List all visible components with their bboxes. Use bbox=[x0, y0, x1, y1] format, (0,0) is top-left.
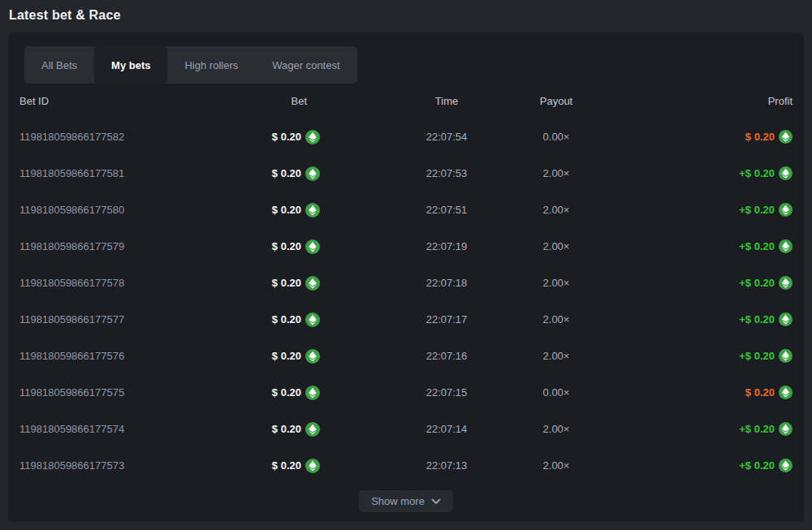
table-header: Bet ID Bet Time Payout Profit bbox=[19, 84, 793, 118]
page-title: Latest bet & Race bbox=[9, 8, 121, 23]
bet-id-cell: 119818059866177573 bbox=[19, 459, 222, 472]
profit-cell: +$ 0.20 bbox=[604, 239, 793, 253]
bet-amount: $ 0.20 bbox=[272, 131, 301, 143]
show-more-button[interactable]: Show more bbox=[359, 490, 453, 512]
bet-id-cell: 119818059866177576 bbox=[19, 350, 222, 362]
bet-id-cell: 119818059866177577 bbox=[19, 313, 222, 325]
time-cell: 22:07:17 bbox=[385, 313, 508, 325]
bet-amount-cell: $ 0.20 bbox=[222, 312, 320, 327]
eth-coin-icon bbox=[305, 239, 320, 254]
table-row[interactable]: 119818059866177573 $ 0.20 22:07:13 2.00× bbox=[19, 447, 793, 484]
time-cell: 22:07:13 bbox=[385, 459, 508, 472]
eth-coin-icon bbox=[305, 166, 320, 181]
profit-cell: +$ 0.20 bbox=[604, 312, 793, 326]
eth-coin-icon bbox=[305, 130, 320, 144]
profit-cell: $ 0.20 bbox=[604, 130, 793, 144]
time-cell: 22:07:51 bbox=[385, 204, 508, 216]
show-more-container: Show more bbox=[19, 490, 793, 512]
bet-amount: $ 0.20 bbox=[272, 350, 301, 362]
bet-amount: $ 0.20 bbox=[272, 167, 301, 179]
payout-cell: 2.00× bbox=[508, 240, 604, 252]
bet-amount-cell: $ 0.20 bbox=[222, 166, 320, 181]
profit-value: +$ 0.20 bbox=[739, 313, 775, 325]
time-cell: 22:07:14 bbox=[385, 423, 508, 435]
payout-cell: 0.00× bbox=[508, 386, 604, 399]
eth-coin-icon bbox=[779, 459, 793, 472]
bet-amount: $ 0.20 bbox=[272, 386, 301, 399]
profit-value: +$ 0.20 bbox=[739, 350, 775, 362]
time-cell: 22:07:53 bbox=[385, 167, 508, 179]
chevron-down-icon bbox=[431, 498, 441, 505]
table-body: 119818059866177582 $ 0.20 22:07:54 0.00× bbox=[19, 118, 793, 484]
table-row[interactable]: 119818059866177582 $ 0.20 22:07:54 0.00× bbox=[19, 118, 793, 155]
profit-value: +$ 0.20 bbox=[739, 459, 775, 472]
bet-id-cell: 119818059866177578 bbox=[19, 277, 222, 289]
profit-cell: +$ 0.20 bbox=[604, 349, 793, 363]
bet-amount: $ 0.20 bbox=[272, 277, 301, 289]
tabs-container: All Bets My bets High rollers Wager cont… bbox=[24, 46, 357, 84]
column-header-bet-id: Bet ID bbox=[19, 95, 222, 107]
eth-coin-icon bbox=[779, 203, 793, 217]
eth-coin-icon bbox=[779, 349, 793, 363]
bet-amount: $ 0.20 bbox=[272, 459, 301, 472]
column-header-profit: Profit bbox=[604, 95, 793, 107]
payout-cell: 2.00× bbox=[508, 277, 604, 289]
eth-coin-icon bbox=[305, 203, 320, 218]
table-row[interactable]: 119818059866177580 $ 0.20 22:07:51 2.00× bbox=[19, 192, 793, 228]
column-header-payout: Payout bbox=[508, 95, 604, 107]
profit-cell: +$ 0.20 bbox=[604, 422, 793, 436]
eth-coin-icon bbox=[305, 276, 320, 291]
eth-coin-icon bbox=[779, 239, 793, 253]
bet-amount-cell: $ 0.20 bbox=[222, 459, 320, 473]
eth-coin-icon bbox=[305, 312, 320, 327]
table-row[interactable]: 119818059866177578 $ 0.20 22:07:18 2.00× bbox=[19, 265, 793, 301]
section-title-bar: Latest bet & Race bbox=[0, 0, 812, 30]
payout-cell: 2.00× bbox=[508, 423, 604, 435]
payout-cell: 2.00× bbox=[508, 204, 604, 216]
profit-value: $ 0.20 bbox=[745, 131, 775, 143]
eth-coin-icon bbox=[779, 386, 793, 399]
table-row[interactable]: 119818059866177575 $ 0.20 22:07:15 0.00× bbox=[19, 374, 793, 411]
profit-value: +$ 0.20 bbox=[739, 240, 775, 252]
tab-high-rollers[interactable]: High rollers bbox=[167, 46, 255, 84]
bets-panel: All Bets My bets High rollers Wager cont… bbox=[8, 32, 804, 522]
payout-cell: 2.00× bbox=[508, 350, 604, 362]
bet-amount-cell: $ 0.20 bbox=[222, 130, 320, 144]
payout-cell: 2.00× bbox=[508, 313, 604, 325]
profit-cell: +$ 0.20 bbox=[604, 203, 793, 217]
table-row[interactable]: 119818059866177574 $ 0.20 22:07:14 2.00× bbox=[19, 411, 793, 447]
time-cell: 22:07:18 bbox=[385, 277, 508, 289]
table-row[interactable]: 119818059866177581 $ 0.20 22:07:53 2.00× bbox=[19, 155, 793, 192]
eth-coin-icon bbox=[305, 386, 320, 400]
bet-id-cell: 119818059866177580 bbox=[19, 204, 222, 216]
table-row[interactable]: 119818059866177579 $ 0.20 22:07:19 2.00× bbox=[19, 228, 793, 265]
bet-amount: $ 0.20 bbox=[272, 313, 301, 325]
bet-id-cell: 119818059866177575 bbox=[19, 386, 222, 399]
bet-amount: $ 0.20 bbox=[272, 423, 301, 435]
bet-id-cell: 119818059866177581 bbox=[19, 167, 222, 179]
profit-value: +$ 0.20 bbox=[739, 167, 775, 179]
payout-cell: 0.00× bbox=[508, 131, 604, 143]
eth-coin-icon bbox=[305, 349, 320, 364]
tab-wager-contest[interactable]: Wager contest bbox=[255, 46, 356, 84]
payout-cell: 2.00× bbox=[508, 459, 604, 472]
bet-amount-cell: $ 0.20 bbox=[222, 422, 320, 437]
profit-cell: +$ 0.20 bbox=[604, 166, 793, 180]
time-cell: 22:07:16 bbox=[385, 350, 508, 362]
eth-coin-icon bbox=[779, 166, 793, 180]
bet-amount-cell: $ 0.20 bbox=[222, 386, 320, 400]
profit-value: $ 0.20 bbox=[745, 386, 775, 399]
table-row[interactable]: 119818059866177576 $ 0.20 22:07:16 2.00× bbox=[19, 338, 793, 374]
tab-all-bets[interactable]: All Bets bbox=[24, 46, 94, 84]
latest-bet-race-section: Latest bet & Race All Bets My bets High … bbox=[0, 0, 812, 522]
bet-amount-cell: $ 0.20 bbox=[222, 349, 320, 364]
time-cell: 22:07:54 bbox=[385, 131, 508, 143]
bet-amount-cell: $ 0.20 bbox=[222, 239, 320, 254]
eth-coin-icon bbox=[779, 130, 793, 144]
table-row[interactable]: 119818059866177577 $ 0.20 22:07:17 2.00× bbox=[19, 301, 793, 338]
payout-cell: 2.00× bbox=[508, 167, 604, 179]
tab-my-bets[interactable]: My bets bbox=[94, 46, 167, 84]
bet-amount: $ 0.20 bbox=[272, 240, 301, 252]
eth-coin-icon bbox=[779, 312, 793, 326]
eth-coin-icon bbox=[305, 422, 320, 437]
